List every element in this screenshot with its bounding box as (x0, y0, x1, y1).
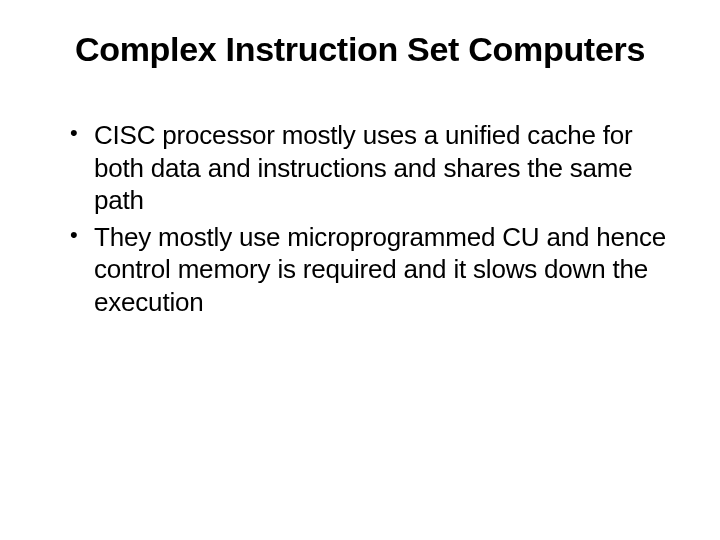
bullet-item: They mostly use microprogrammed CU and h… (70, 221, 670, 319)
slide-title: Complex Instruction Set Computers (50, 30, 670, 69)
bullet-item: CISC processor mostly uses a unified cac… (70, 119, 670, 217)
slide-container: Complex Instruction Set Computers CISC p… (0, 0, 720, 540)
bullet-list: CISC processor mostly uses a unified cac… (50, 119, 670, 318)
